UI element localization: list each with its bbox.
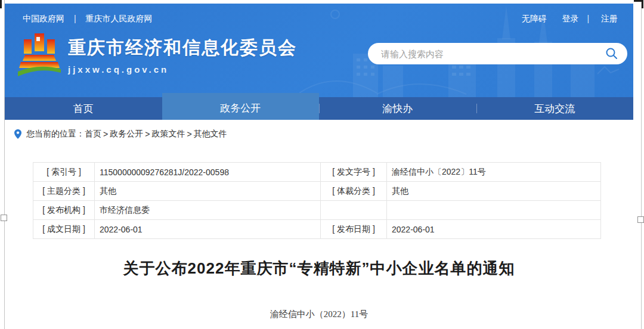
tab-gov-affairs[interactable]: 政务公开 [162, 93, 320, 120]
corner-mark-top-right-v [642, 0, 643, 8]
selection-line-right [641, 0, 642, 329]
meta-label-doc-symbol: [ 发文字号 ] [321, 163, 387, 182]
link-register[interactable]: 注册 [601, 14, 618, 23]
breadcrumb-other-docs[interactable]: 其他文件 [194, 129, 227, 139]
page: 中国政府网 | 重庆市人民政府网 无障碍 登录 | 注册 [5, 4, 633, 320]
meta-value-index-no: 11500000009276281J/2022-00598 [95, 163, 321, 182]
site-url: jjxxw.cq.gov.cn [68, 64, 297, 75]
meta-label-empty [321, 201, 387, 220]
meta-label-genre-class: [ 体裁分类 ] [321, 182, 387, 201]
meta-value-genre-class: 其他 [387, 182, 601, 201]
meta-value-issuer: 市经济信息委 [95, 201, 321, 220]
link-accessibility[interactable]: 无障碍 [522, 14, 547, 23]
document-title: 关于公布2022年重庆市“专精特新”中小企业名单的通知 [5, 258, 633, 279]
selection-line-left [4, 0, 5, 329]
site-header: 中国政府网 | 重庆市人民政府网 无障碍 登录 | 注册 [5, 4, 633, 97]
tab-interaction[interactable]: 互动交流 [476, 97, 634, 120]
selection-handle-right[interactable] [637, 216, 644, 223]
breadcrumb: 您当前的位置： 首页 > 政务公开 > 政策文件 > 其他文件 [14, 129, 633, 139]
tab-yukuaiban[interactable]: 渝快办 [319, 97, 476, 120]
document-meta-table: [ 索引号 ] 11500000009276281J/2022-00598 [ … [33, 162, 601, 239]
breadcrumb-separator: > [187, 129, 191, 139]
search-box [368, 43, 627, 64]
topbar-divider-2: | [587, 14, 589, 23]
brand-text: 重庆市经济和信息化委员会 jjxxw.cq.gov.cn [68, 32, 297, 75]
link-login[interactable]: 登录 [562, 14, 579, 23]
topbar-divider: | [74, 14, 76, 23]
search-icon[interactable] [605, 46, 619, 61]
link-china-gov[interactable]: 中国政府网 [23, 14, 64, 23]
document-number: 渝经信中小（2022）11号 [5, 309, 633, 320]
top-utility-bar: 中国政府网 | 重庆市人民政府网 无障碍 登录 | 注册 [5, 4, 633, 24]
corner-mark-top-left [0, 0, 2, 8]
breadcrumb-policy-docs[interactable]: 政策文件 [151, 129, 185, 139]
account-links: 无障碍 登录 | 注册 [518, 14, 618, 24]
meta-label-written-date: [ 成文日期 ] [33, 220, 95, 239]
meta-label-topic-class: [ 主题分类 ] [33, 182, 95, 201]
main-nav: 首页 政务公开 渝快办 互动交流 [5, 97, 633, 120]
search-input[interactable] [381, 49, 605, 59]
breadcrumb-gov-affairs[interactable]: 政务公开 [110, 129, 143, 139]
breadcrumb-home[interactable]: 首页 [85, 129, 101, 139]
site-logo-emblem-icon [18, 32, 61, 79]
meta-value-written-date: 2022-06-01 [95, 220, 321, 239]
meta-label-issuer: [ 发布机构 ] [33, 201, 95, 220]
meta-value-empty [387, 201, 601, 220]
table-row: [ 索引号 ] 11500000009276281J/2022-00598 [ … [33, 163, 601, 182]
breadcrumb-prefix: 您当前的位置： [26, 129, 85, 139]
breadcrumb-separator: > [145, 129, 150, 139]
breadcrumb-separator: > [103, 129, 108, 139]
table-row: [ 成文日期 ] 2022-06-01 [ 发布日期 ] 2022-06-01 [33, 220, 601, 239]
table-row: [ 发布机构 ] 市经济信息委 [33, 201, 601, 220]
meta-value-publish-date: 2022-06-01 [387, 220, 601, 239]
selection-handle-left[interactable] [1, 215, 7, 221]
meta-label-publish-date: [ 发布日期 ] [321, 220, 387, 239]
site-title: 重庆市经济和信息化委员会 [68, 36, 297, 60]
meta-label-index-no: [ 索引号 ] [33, 163, 95, 182]
meta-value-topic-class: 其他 [95, 182, 321, 201]
table-row: [ 主题分类 ] 其他 [ 体裁分类 ] 其他 [33, 182, 601, 201]
gov-links: 中国政府网 | 重庆市人民政府网 [23, 14, 152, 24]
link-chongqing-gov[interactable]: 重庆市人民政府网 [85, 14, 152, 23]
tab-home[interactable]: 首页 [5, 97, 162, 120]
location-pin-icon [14, 129, 21, 139]
meta-value-doc-symbol: 渝经信中小〔2022〕11号 [387, 163, 601, 182]
